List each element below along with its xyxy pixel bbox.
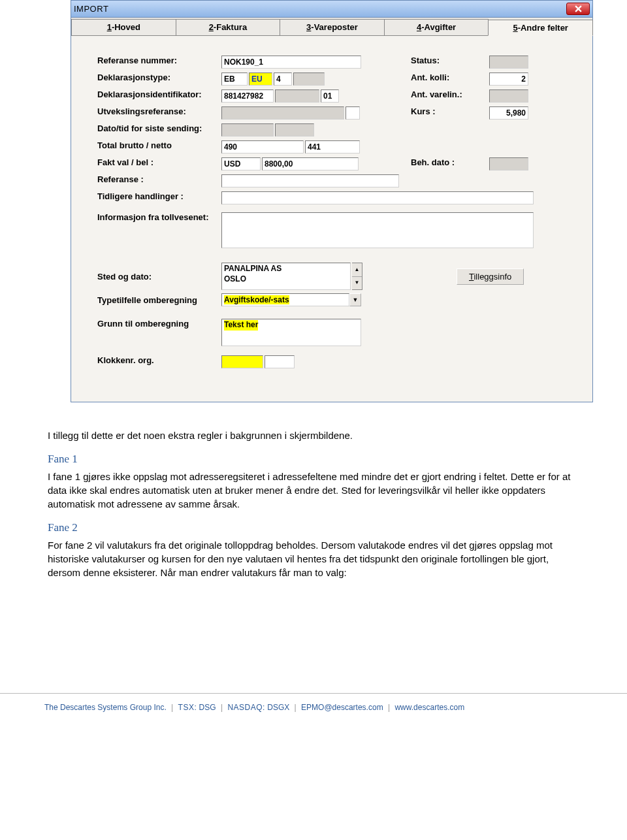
tilleggsinfo-button[interactable]: Tilleggsinfo <box>457 268 524 285</box>
field-brutto[interactable]: 490 <box>221 140 304 153</box>
field-decl-id-3[interactable]: 01 <box>321 89 339 103</box>
field-klokke-2[interactable] <box>265 355 295 368</box>
label-fakt-val: Fakt val / bel : <box>97 157 221 167</box>
field-tidligere[interactable] <box>221 191 534 204</box>
field-decl-type-4 <box>293 73 325 86</box>
tab-andre-felter[interactable]: 5-Andre felter <box>488 20 593 36</box>
label-exch-ref: Utvekslingsreferanse: <box>97 106 221 116</box>
label-decl-type: Deklarasjonstype: <box>97 73 221 82</box>
article-body: I tillegg til dette er det noen ekstra r… <box>44 428 583 579</box>
page-footer: The Descartes Systems Group Inc. | TSX: … <box>0 693 627 725</box>
field-type-omb: Avgiftskode/-sats <box>221 293 349 306</box>
dropdown-type-omb[interactable]: Avgiftskode/-sats ▼ <box>221 293 361 306</box>
label-ref-nummer: Referanse nummer: <box>97 56 221 65</box>
spin-down-button[interactable]: ▼ <box>352 277 362 290</box>
label-total-bn: Total brutto / netto <box>97 140 221 150</box>
field-klokke-1[interactable] <box>221 355 263 368</box>
footer-company: The Descartes Systems Group Inc. <box>44 703 167 712</box>
field-info-toll[interactable] <box>221 212 534 248</box>
tab-avgifter[interactable]: 4-Avgifter <box>384 19 489 35</box>
footer-tsx: DSG <box>199 703 216 712</box>
footer-nasdaq: DSGX <box>267 703 289 712</box>
label-sted-dato: Sted og dato: <box>97 272 221 282</box>
field-date-send-2 <box>275 123 314 137</box>
field-decl-type-3[interactable]: 4 <box>274 73 292 86</box>
field-decl-id-2 <box>275 89 319 103</box>
label-referanse: Referanse : <box>97 174 221 184</box>
field-sted-dato[interactable]: PANALPINA AS OSLO <box>221 263 351 290</box>
field-exch-ref-2[interactable] <box>346 106 360 120</box>
label-info-toll: Informasjon fra tollvesenet: <box>97 212 221 222</box>
label-ant-varelin: Ant. varelin.: <box>411 89 489 99</box>
close-button[interactable] <box>566 3 590 15</box>
field-grunn-omb[interactable]: Tekst her <box>221 319 361 346</box>
field-ref-nummer[interactable]: NOK190_1 <box>221 56 361 69</box>
label-tidligere: Tidligere handlinger : <box>97 191 221 201</box>
field-status <box>489 56 528 69</box>
field-referanse[interactable] <box>221 174 399 187</box>
close-icon <box>575 5 582 12</box>
label-date-send: Dato/tid for siste sending: <box>97 123 221 133</box>
chevron-down-icon[interactable]: ▼ <box>349 293 361 306</box>
para-intro: I tillegg til dette er det noen ekstra r… <box>48 428 583 442</box>
para-fane2: For fane 2 vil valutakurs fra det origin… <box>48 538 583 579</box>
field-beh-dato <box>489 157 528 170</box>
tab-bar: 1-Hoved 2-Faktura 3-Vareposter 4-Avgifte… <box>71 18 592 36</box>
label-klokke: Klokkenr. org. <box>97 355 221 365</box>
label-status: Status: <box>411 56 489 65</box>
spin-up-button[interactable]: ▲ <box>352 263 362 277</box>
footer-tsx-label: TSX: <box>178 703 197 712</box>
field-ant-kolli[interactable]: 2 <box>489 73 528 86</box>
field-decl-id-1[interactable]: 881427982 <box>221 89 274 103</box>
footer-url[interactable]: www.descartes.com <box>394 703 464 712</box>
sted-dato-spinner: ▲ ▼ <box>352 263 362 290</box>
field-netto[interactable]: 441 <box>305 140 360 153</box>
para-fane1: I fane 1 gjøres ikke oppslag mot adresse… <box>48 470 583 511</box>
titlebar: IMPORT <box>71 1 592 18</box>
field-date-send-1 <box>221 123 274 137</box>
field-ant-varelin <box>489 89 528 103</box>
label-beh-dato: Beh. dato : <box>411 157 489 167</box>
label-type-omb: Typetilfelle omberegning <box>97 295 221 305</box>
field-kurs[interactable]: 5,980 <box>489 106 528 120</box>
field-exch-ref <box>221 106 344 120</box>
label-grunn-omb: Grunn til omberegning <box>97 319 221 329</box>
tab-hoved[interactable]: 1-Hoved <box>71 19 176 35</box>
heading-fane1: Fane 1 <box>48 451 583 467</box>
form-panel: Referanse nummer: NOK190_1 Status: Dekla… <box>71 36 592 402</box>
footer-email[interactable]: EPMO@descartes.com <box>301 703 383 712</box>
app-window: IMPORT 1-Hoved 2-Faktura 3-Vareposter 4-… <box>71 0 593 402</box>
tab-faktura[interactable]: 2-Faktura <box>176 19 281 35</box>
label-decl-id: Deklarasjonsidentifikator: <box>97 89 221 99</box>
label-kurs: Kurs : <box>411 106 489 116</box>
footer-nasdaq-label: NASDAQ: <box>227 703 265 712</box>
field-fakt-bel[interactable]: 8800,00 <box>262 157 359 170</box>
field-decl-type-2[interactable]: EU <box>249 73 272 86</box>
heading-fane2: Fane 2 <box>48 520 583 536</box>
tab-vareposter[interactable]: 3-Vareposter <box>280 19 385 35</box>
field-decl-type-1[interactable]: EB <box>221 73 248 86</box>
field-fakt-val[interactable]: USD <box>221 157 261 170</box>
label-ant-kolli: Ant. kolli: <box>411 73 489 82</box>
window-title: IMPORT <box>74 4 108 14</box>
